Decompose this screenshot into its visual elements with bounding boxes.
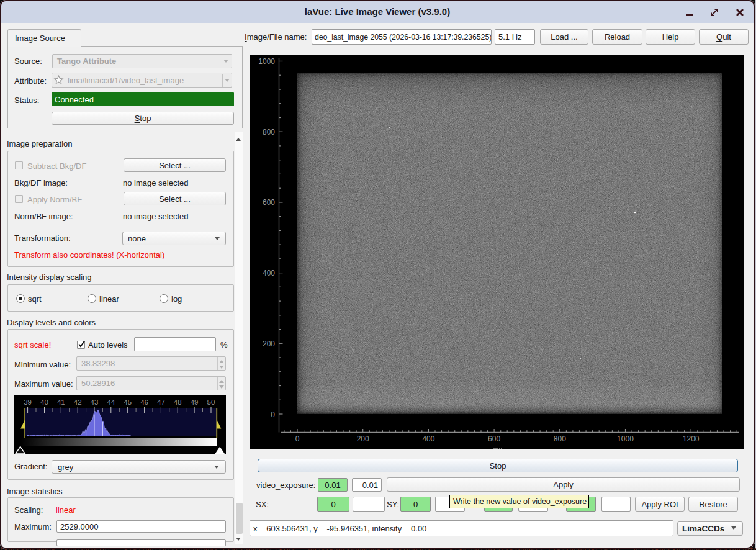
svg-text:200: 200 (263, 340, 275, 348)
svg-text:200: 200 (357, 435, 369, 443)
svg-text:1200: 1200 (683, 435, 700, 443)
svg-text:0: 0 (271, 410, 275, 419)
svg-text:40: 40 (40, 399, 48, 406)
svg-text:600: 600 (488, 435, 500, 443)
svg-text:50: 50 (207, 399, 215, 406)
svg-text:47: 47 (157, 399, 165, 406)
svg-text:45: 45 (124, 399, 132, 406)
svg-text:39: 39 (24, 399, 32, 406)
svg-text:43: 43 (91, 399, 99, 406)
svg-text:0: 0 (295, 435, 300, 443)
svg-text:44: 44 (107, 399, 115, 406)
svg-text:1000: 1000 (258, 57, 275, 66)
svg-text:400: 400 (422, 435, 434, 443)
svg-text:600: 600 (263, 198, 275, 207)
svg-text:48: 48 (174, 399, 182, 406)
svg-text:46: 46 (140, 399, 148, 406)
svg-text:41: 41 (57, 399, 65, 406)
svg-text:1000: 1000 (617, 435, 634, 443)
svg-text:49: 49 (191, 399, 199, 406)
svg-text:42: 42 (74, 399, 82, 406)
svg-text:800: 800 (263, 128, 275, 137)
svg-text:800: 800 (554, 435, 566, 443)
svg-text:400: 400 (263, 269, 275, 277)
